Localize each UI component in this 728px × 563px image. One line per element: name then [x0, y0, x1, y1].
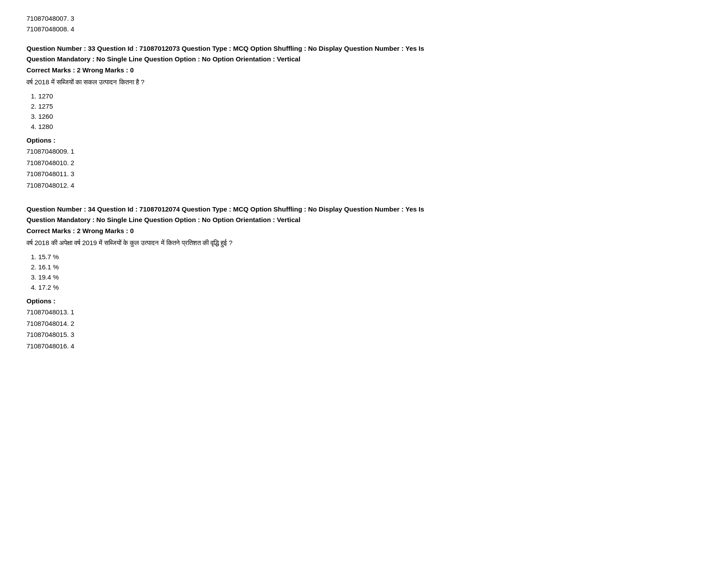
question-34-choice-1: 1. 15.7 % — [31, 253, 702, 261]
question-34-option-id-1: 71087048013. 1 — [26, 306, 702, 318]
question-33-meta-line1: Question Number : 33 Question Id : 71087… — [26, 43, 702, 54]
question-33-option-id-2: 71087048010. 2 — [26, 157, 702, 169]
question-34-block: Question Number : 34 Question Id : 71087… — [26, 204, 702, 351]
question-34-meta: Question Number : 34 Question Id : 71087… — [26, 204, 702, 225]
question-34-choice-2: 2. 16.1 % — [31, 263, 702, 271]
question-33-marks: Correct Marks : 2 Wrong Marks : 0 — [26, 66, 702, 74]
question-33-option-ids: 71087048009. 1 71087048010. 2 7108704801… — [26, 146, 702, 191]
top-ids-block: 71087048007. 3 71087048008. 4 — [26, 13, 702, 34]
question-34-options-label: Options : — [26, 297, 702, 305]
question-33-choice-4: 4. 1280 — [31, 123, 702, 130]
question-33-choices: 1. 1270 2. 1275 3. 1260 4. 1280 — [26, 92, 702, 130]
question-34-text: वर्ष 2018 की अपेक्षा वर्ष 2019 में सब्जि… — [26, 239, 702, 247]
question-33-choice-3: 3. 1260 — [31, 113, 702, 120]
question-33-text: वर्ष 2018 में सब्जियों का सकल उत्पादन कि… — [26, 78, 702, 86]
question-34-choice-4: 4. 17.2 % — [31, 283, 702, 291]
top-id-1: 71087048007. 3 — [26, 13, 702, 24]
question-33-choice-2: 2. 1275 — [31, 102, 702, 110]
question-34-meta-line1: Question Number : 34 Question Id : 71087… — [26, 204, 702, 215]
question-34-marks: Correct Marks : 2 Wrong Marks : 0 — [26, 227, 702, 234]
question-33-option-id-3: 71087048011. 3 — [26, 168, 702, 180]
question-34-choice-3: 3. 19.4 % — [31, 273, 702, 281]
question-34-option-id-3: 71087048015. 3 — [26, 329, 702, 340]
question-33-options-label: Options : — [26, 136, 702, 144]
question-34-option-ids: 71087048013. 1 71087048014. 2 7108704801… — [26, 306, 702, 351]
question-34-option-id-4: 71087048016. 4 — [26, 340, 702, 352]
question-33-meta-line2: Question Mandatory : No Single Line Ques… — [26, 54, 702, 64]
question-33-block: Question Number : 33 Question Id : 71087… — [26, 43, 702, 191]
question-33-meta: Question Number : 33 Question Id : 71087… — [26, 43, 702, 64]
question-34-choices: 1. 15.7 % 2. 16.1 % 3. 19.4 % 4. 17.2 % — [26, 253, 702, 291]
top-id-2: 71087048008. 4 — [26, 24, 702, 34]
question-34-meta-line2: Question Mandatory : No Single Line Ques… — [26, 215, 702, 225]
question-33-choice-1: 1. 1270 — [31, 92, 702, 100]
question-34-option-id-2: 71087048014. 2 — [26, 318, 702, 329]
question-33-option-id-1: 71087048009. 1 — [26, 146, 702, 157]
question-33-option-id-4: 71087048012. 4 — [26, 180, 702, 191]
